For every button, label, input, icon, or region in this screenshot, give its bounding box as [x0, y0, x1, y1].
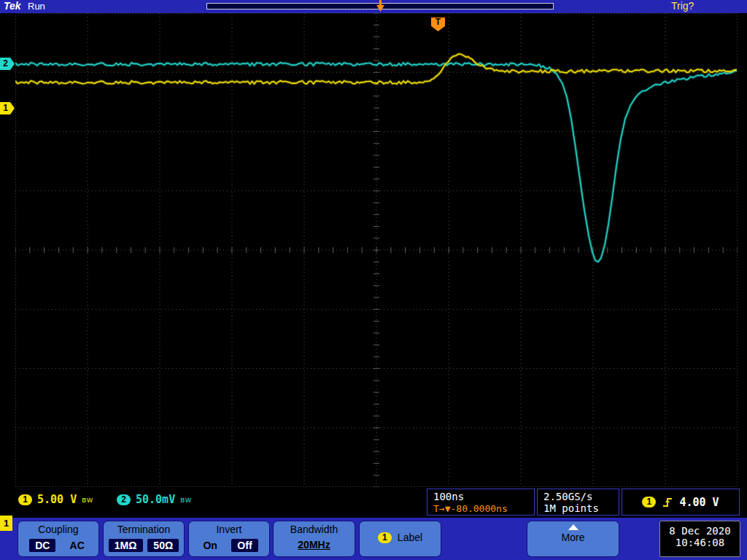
invert-label: Invert — [189, 524, 269, 535]
datetime-box: 8 Dec 2020 10:46:08 — [659, 521, 740, 557]
coupling-label: Coupling — [18, 524, 98, 535]
open-channel-badge: 1 — [0, 516, 12, 531]
ch1-readout: 1 5.00 V ʙᴡ — [18, 493, 93, 506]
timebase-scale: 100ns — [433, 491, 528, 502]
invert-button[interactable]: Invert On Off — [188, 521, 270, 557]
trigger-readout: 1 4.00 V — [622, 489, 740, 516]
ch1-scale: 5.00 V — [37, 493, 77, 506]
ch1-trace-glow — [15, 54, 737, 84]
sample-rate: 2.50GS/s — [543, 491, 613, 502]
waveform-canvas — [15, 13, 738, 487]
label-channel-badge: 1 — [378, 532, 392, 543]
date-text: 8 Dec 2020 — [660, 525, 740, 537]
more-label: More — [527, 532, 619, 543]
trigger-source-badge: 1 — [642, 497, 656, 508]
delay-value: -80.0000ns — [450, 503, 507, 514]
tek-logo: Tek — [4, 0, 21, 12]
coupling-option-ac[interactable]: AC — [67, 540, 88, 551]
up-arrow-icon — [568, 524, 578, 530]
acq-status-text: Run — [28, 1, 45, 12]
bandwidth-label: Bandwidth — [274, 524, 355, 535]
coupling-option-dc[interactable]: DC — [29, 539, 55, 552]
ch1-ground-marker: 1 — [0, 102, 15, 114]
ch2-bw-limit-icon: ʙᴡ — [180, 495, 192, 504]
horizontal-readout: 100ns T→▼-80.0000ns — [427, 489, 535, 516]
ch2-scale: 50.0mV — [136, 493, 175, 506]
invert-option-off[interactable]: Off — [231, 539, 258, 552]
termination-label: Termination — [104, 524, 184, 535]
bandwidth-button[interactable]: Bandwidth 20MHz — [273, 521, 355, 557]
trigger-level: 4.00 V — [679, 496, 719, 509]
trigger-delay: T→▼-80.0000ns — [433, 503, 528, 514]
termination-button[interactable]: Termination 1MΩ 50Ω — [103, 521, 185, 557]
readout-bar: 1 5.00 V ʙᴡ 2 50.0mV ʙᴡ 100ns T→▼-80.000… — [0, 487, 747, 518]
ch1-bw-limit-icon: ʙᴡ — [82, 495, 93, 504]
invert-option-on[interactable]: On — [200, 540, 220, 551]
label-button[interactable]: 1 Label — [359, 521, 441, 557]
more-button[interactable]: More — [527, 521, 619, 557]
record-length: 1M points — [543, 502, 613, 514]
top-bar: Tek Run Trig? — [0, 0, 747, 13]
termination-option-50ohm[interactable]: 50Ω — [147, 539, 179, 552]
menu-bar: 1 Coupling DC AC Termination 1MΩ 50Ω Inv… — [0, 518, 747, 560]
delay-icon: T→▼ — [433, 503, 450, 514]
ch2-badge: 2 — [117, 494, 131, 505]
ch1-badge: 1 — [18, 494, 32, 505]
graticule: T — [15, 13, 738, 487]
ch2-readout: 2 50.0mV ʙᴡ — [117, 493, 192, 506]
oscilloscope-screen: Tek Run Trig? T 2 1 1 5.00 V ʙᴡ 2 50.0mV… — [0, 0, 747, 560]
termination-option-1mohm[interactable]: 1MΩ — [109, 539, 143, 552]
label-text: Label — [398, 532, 422, 543]
trigger-position-icon — [376, 0, 384, 12]
rising-edge-icon — [662, 497, 673, 508]
time-text: 10:46:08 — [660, 537, 740, 548]
coupling-button[interactable]: Coupling DC AC — [18, 521, 99, 557]
bandwidth-value: 20MHz — [274, 539, 355, 551]
acquisition-readout: 2.50GS/s 1M points — [537, 489, 619, 516]
trig-status-text: Trig? — [671, 0, 694, 12]
ch2-ground-marker: 2 — [0, 58, 15, 70]
